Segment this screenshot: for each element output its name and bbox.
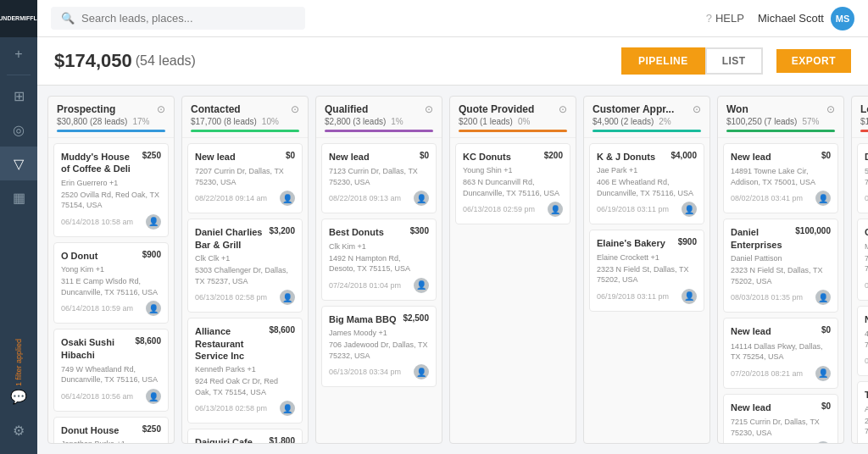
sidebar-icon-calendar[interactable]: ▦ — [0, 180, 37, 214]
column-settings-won[interactable]: ⊙ — [826, 103, 835, 115]
list-item[interactable]: Elaine's Bakery$900Elaine Crockett +1232… — [589, 230, 704, 311]
list-item[interactable]: Taqueria El AbuelitoArturo Hernandez +12… — [857, 381, 868, 443]
card-owner: Masud Chowdhury +1 — [865, 242, 868, 251]
card-address: 5303 Challenger Dr, Dallas, TX 75237, US… — [195, 265, 295, 286]
list-item[interactable]: Daniel Charlies Bar & Grill$3,200Clk Clk… — [187, 219, 303, 313]
search-input[interactable] — [81, 12, 295, 25]
list-item[interactable]: K & J Donuts$4,000Jae Park +1406 E Wheat… — [589, 143, 704, 224]
list-item[interactable]: New lead$07215 Currin Dr, Dallas, TX 752… — [723, 394, 838, 443]
list-item[interactable]: Best Donuts$300Clk Kim +11492 N Hampton … — [321, 219, 437, 300]
list-item[interactable]: KC Donuts$200Young Shin +1863 N Duncanvi… — [455, 143, 570, 224]
sidebar-icon-filter[interactable]: ▽ — [0, 147, 37, 180]
list-item[interactable]: New lead$014891 Towne Lake Cir, Addison,… — [723, 143, 838, 213]
list-item[interactable]: Daiquiri Cafe LLC$1,800Wanda Gates +1700… — [187, 429, 303, 443]
list-item[interactable]: Muddy's House of Coffee & Deli$250Erin G… — [53, 143, 169, 237]
column-contacted: Contacted⊙$17,700 (8 leads)10%New lead$0… — [181, 96, 309, 444]
card-address: 2323 N Field St, Dallas, TX 75202, USA — [731, 265, 831, 286]
list-view-button[interactable]: LIST — [705, 47, 763, 75]
card-date: 06/13/2018 02:58 pm — [865, 281, 868, 290]
card-owner: Clk Clk +1 — [195, 254, 295, 263]
help-icon: ? — [706, 12, 712, 25]
list-item[interactable]: New lead$07207 Currin Dr, Dallas, TX 752… — [187, 143, 303, 213]
column-settings-contacted[interactable]: ⊙ — [291, 103, 299, 115]
column-header-quote: Quote Provided⊙$200 (1 leads)0% — [450, 97, 576, 138]
card-owner: Yong Kim +1 — [61, 265, 161, 274]
column-bar-lost — [860, 130, 868, 132]
card-date: 06/19/2018 03:11 pm — [597, 292, 669, 301]
card-amount: $0 — [821, 401, 831, 411]
list-item[interactable]: New lead4000 Morman Ln, Addiso 75001, US… — [857, 306, 868, 376]
card-amount: $900 — [678, 237, 697, 246]
card-title: New lead — [731, 151, 818, 163]
card-address: 706 Jadewood Dr, Dallas, TX 75232, USA — [329, 340, 429, 361]
card-amount: $2,500 — [403, 313, 429, 323]
card-address: 311 E Camp Wlsdo Rd, Duncanville, TX 751… — [61, 276, 161, 297]
export-button[interactable]: EXPORT — [776, 49, 851, 73]
list-item[interactable]: New lead$07123 Currin Dr, Dallas, TX 752… — [321, 143, 437, 213]
list-item[interactable]: Alliance Restaurant Service Inc$8,600Ken… — [187, 318, 303, 424]
card-avatar: 👤 — [815, 441, 831, 443]
card-date: 06/14/2018 10:58 am — [61, 218, 133, 226]
card-title: K & J Donuts — [597, 151, 667, 163]
list-item[interactable]: Donut Shop5130 S Clark Rd, Duncan TX 751… — [857, 143, 868, 213]
sidebar-icon-show-filters[interactable]: 1 filter applied — [0, 346, 37, 379]
card-address: 749 W Wheatland Rd, Duncanville, TX 7511… — [61, 364, 161, 385]
column-bar-customer — [593, 130, 701, 132]
card-address: 4000 Morman Ln, Addiso 75001, USA — [865, 329, 868, 350]
card-title: Muddy's House of Coffee & Deli — [61, 151, 139, 175]
card-amount: $3,200 — [269, 226, 295, 235]
card-address: 14114 Dallas Pkwy, Dallas, TX 75254, USA — [731, 341, 831, 363]
list-item[interactable]: New lead$014114 Dallas Pkwy, Dallas, TX … — [723, 318, 838, 388]
sidebar-icon-location[interactable]: ◎ — [0, 113, 37, 147]
sidebar-icon-grid[interactable]: ⊞ — [0, 79, 37, 113]
card-avatar: 👤 — [815, 290, 831, 305]
card-avatar: 👤 — [280, 290, 295, 305]
card-date: 08/02/2018 03:41 pm — [865, 357, 868, 365]
column-cards-qualified: New lead$07123 Currin Dr, Dallas, TX 752… — [316, 138, 442, 443]
column-settings-qualified[interactable]: ⊙ — [425, 103, 433, 115]
column-lost: Lost⊙$17,400 (5 leads)Donut Shop5130 S C… — [851, 96, 868, 444]
column-cards-quote: KC Donuts$200Young Shin +1863 N Duncanvi… — [450, 138, 576, 443]
list-item[interactable]: Big Mama BBQ$2,500James Moody +1706 Jade… — [321, 306, 437, 387]
help-button[interactable]: ? HELP — [706, 12, 744, 25]
list-item[interactable]: O Donut$900Yong Kim +1311 E Camp Wlsdo R… — [53, 242, 169, 324]
column-amount-lost: $17,400 (5 leads) — [860, 117, 868, 126]
column-bar-qualified — [325, 130, 433, 132]
card-amount: $0 — [821, 151, 831, 160]
search-box[interactable]: 🔍 — [51, 7, 305, 30]
column-amount-quote: $200 (1 leads) — [459, 117, 513, 126]
list-item[interactable]: Osaki Sushi Hibachi$8,600749 W Wheatland… — [53, 329, 169, 412]
card-address: 7207 Currin Dr, Dallas, TX 75230, USA — [195, 166, 295, 187]
total-amount: $174,050 — [54, 50, 132, 72]
card-avatar: 👤 — [280, 191, 295, 206]
card-title: New lead — [731, 325, 818, 337]
pipeline-view-button[interactable]: PIPELINE — [621, 47, 705, 75]
card-title: O Donut — [61, 250, 139, 262]
card-date: 06/14/2018 10:56 am — [61, 392, 133, 401]
card-title: Elaine's Bakery — [597, 237, 675, 249]
list-item[interactable]: Concord RestaurantsMasud Chowdhury +1744… — [857, 219, 868, 300]
card-title: New lead — [329, 151, 416, 163]
card-title: Concord Restaurants — [865, 226, 868, 238]
column-settings-quote[interactable]: ⊙ — [559, 103, 567, 115]
card-address: 924 Red Oak Cr Dr, Red Oak, TX 75154, US… — [195, 376, 295, 397]
column-settings-prospecting[interactable]: ⊙ — [157, 103, 165, 115]
card-avatar: 👤 — [414, 191, 429, 206]
column-percent-prospecting: 17% — [132, 117, 149, 126]
list-item[interactable]: Daniel Enterprises$100,000Daniel Pattiso… — [723, 219, 838, 313]
card-date: 06/13/2018 02:58 pm — [865, 194, 868, 202]
card-amount: $200 — [544, 151, 563, 160]
card-title: Daiquiri Cafe LLC — [195, 436, 265, 443]
card-title: Alliance Restaurant Service Inc — [195, 325, 265, 362]
card-amount: $8,600 — [269, 325, 295, 335]
sidebar-icon-add[interactable]: + — [0, 37, 37, 71]
card-title: New lead — [195, 151, 282, 163]
sidebar-icon-settings[interactable]: ⚙ — [0, 413, 37, 447]
topbar-right: ? HELP Michael Scott MS — [706, 7, 854, 30]
list-item[interactable]: Donut House$250Jonathan Burke +1205 S Ma… — [53, 417, 169, 443]
topbar: 🔍 ? HELP Michael Scott MS — [37, 0, 868, 37]
column-won: Won⊙$100,250 (7 leads)57%New lead$014891… — [717, 96, 844, 444]
card-amount: $0 — [286, 151, 295, 160]
user-profile[interactable]: Michael Scott MS — [758, 7, 854, 30]
column-settings-customer[interactable]: ⊙ — [693, 103, 701, 115]
